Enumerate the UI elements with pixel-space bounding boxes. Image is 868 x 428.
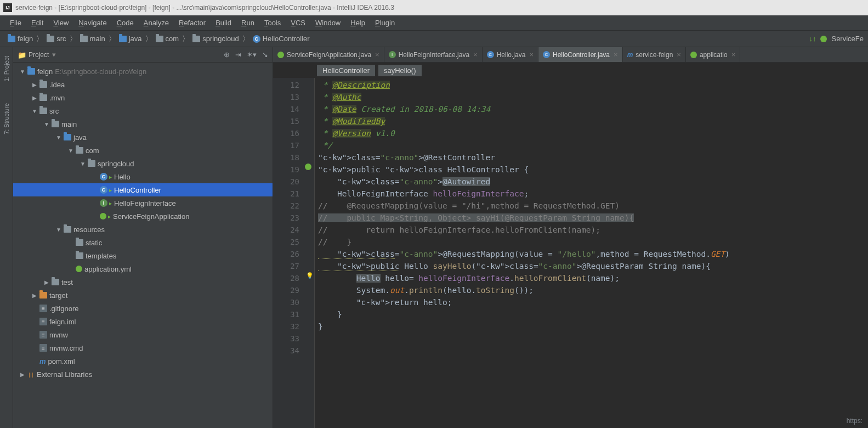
close-icon[interactable]: ×	[677, 50, 681, 59]
crumb-main[interactable]: main	[77, 33, 109, 44]
breadcrumb-class[interactable]: HelloController	[317, 65, 375, 76]
status-url: https:	[847, 417, 863, 425]
tree-item-mvnw[interactable]: ≡mvnw	[13, 328, 273, 341]
tab-servicefeignapplication-java[interactable]: ServiceFeignApplication.java×	[273, 47, 384, 62]
tree-item-pom-xml[interactable]: mpom.xml	[13, 354, 273, 368]
menu-tools[interactable]: Tools	[260, 17, 285, 29]
menu-edit[interactable]: Edit	[27, 17, 48, 29]
menu-file[interactable]: File	[5, 17, 26, 29]
tab-applicatio[interactable]: applicatio×	[686, 47, 740, 62]
folder-icon	[52, 121, 59, 127]
close-icon[interactable]: ×	[529, 50, 534, 59]
nav-bar: feign〉src〉main〉java〉com〉springcloud〉CHel…	[0, 31, 868, 47]
crumb-feign[interactable]: feign	[4, 33, 36, 44]
menu-vcs[interactable]: VCS	[286, 17, 310, 29]
dropdown-icon[interactable]: ▾	[52, 50, 56, 59]
tree-item-main[interactable]: ▼main	[13, 117, 273, 131]
tree-item--mvn[interactable]: ▶.mvn	[13, 91, 273, 104]
spring-icon	[277, 52, 284, 58]
hide-icon[interactable]: ↘	[262, 50, 268, 59]
menu-window[interactable]: Window	[311, 17, 345, 29]
tree-item-mvnw-cmd[interactable]: ≡mvnw.cmd	[13, 341, 273, 354]
interface-icon: I	[389, 51, 396, 58]
close-icon[interactable]: ×	[375, 50, 379, 59]
run-config-icon[interactable]	[820, 36, 827, 42]
intention-bulb-icon[interactable]: 💡	[306, 272, 314, 279]
line-gutter[interactable]: 1213141516171819202122232425262728293031…	[273, 78, 304, 428]
folder-icon	[76, 252, 83, 259]
file-icon: ≡	[39, 318, 47, 325]
settings-icon[interactable]: ✶▾	[247, 50, 257, 59]
tab-hellofeigninterface-java[interactable]: IHelloFeignInterface.java×	[384, 47, 483, 62]
close-icon[interactable]: ×	[731, 50, 736, 59]
tree-item-target[interactable]: ▶target	[13, 289, 273, 302]
code-editor[interactable]: * @Description * @Authc * @Date Created …	[315, 78, 868, 428]
run-marker-icon: ▸	[109, 200, 112, 206]
crumb-hellocontroller[interactable]: CHelloController	[249, 33, 313, 44]
menu-code[interactable]: Code	[112, 17, 138, 29]
tree-item-feign[interactable]: ▼feignE:\springboot-cloud-pro\feign	[13, 65, 273, 78]
tree-item-hello[interactable]: C▸Hello	[13, 170, 273, 183]
folder-icon	[39, 292, 47, 299]
folder-icon	[192, 36, 200, 42]
project-view-icon[interactable]: 📁	[18, 51, 25, 59]
menu-refactor[interactable]: Refactor	[174, 17, 210, 29]
tree-item-feign-iml[interactable]: ≡feign.iml	[13, 315, 273, 328]
menu-view[interactable]: View	[49, 17, 73, 29]
gutter-icons[interactable]: 💡	[304, 78, 315, 428]
project-tree[interactable]: ▼feignE:\springboot-cloud-pro\feign▶.ide…	[13, 63, 273, 428]
tree-item-src[interactable]: ▼src	[13, 104, 273, 117]
file-icon: ≡	[39, 344, 47, 352]
tool-tab-project[interactable]: 1: Project	[0, 50, 13, 87]
crumb-src[interactable]: src	[43, 33, 69, 44]
title-bar: IJ service-feign - [E:\springboot-cloud-…	[0, 0, 868, 15]
tab-service-feign[interactable]: mservice-feign×	[623, 47, 686, 62]
crumb-com[interactable]: com	[152, 33, 183, 44]
close-icon[interactable]: ×	[614, 50, 618, 59]
collapse-icon[interactable]: ⇥	[235, 50, 241, 59]
folder-icon	[8, 36, 15, 42]
spring-icon	[100, 213, 106, 219]
tree-item-springcloud[interactable]: ▼springcloud	[13, 157, 273, 170]
tree-item-hellocontroller[interactable]: C▸HelloController	[13, 183, 273, 196]
tree-item-java[interactable]: ▼java	[13, 131, 273, 144]
lib-icon: ⫼	[27, 370, 35, 379]
tree-item-com[interactable]: ▼com	[13, 144, 273, 157]
vcs-update-icon[interactable]: ↓↑	[809, 35, 816, 43]
menu-build[interactable]: Build	[211, 17, 236, 29]
tree-item-resources[interactable]: ▼resources	[13, 223, 273, 236]
spring-icon	[690, 52, 697, 58]
editor-breadcrumb: HelloController sayHello()	[273, 63, 868, 78]
crumb-springcloud[interactable]: springcloud	[189, 33, 242, 44]
run-config-name[interactable]: ServiceFe	[831, 35, 864, 43]
tool-tab-structure[interactable]: 7: Structure	[0, 98, 13, 140]
maven-icon: m	[39, 357, 46, 365]
tree-item-hellofeigninterface[interactable]: I▸HelloFeignInterface	[13, 196, 273, 210]
tab-hellocontroller-java[interactable]: CHelloController.java×	[538, 47, 623, 62]
tab-hello-java[interactable]: CHello.java×	[483, 47, 538, 62]
tree-item-servicefeignapplication[interactable]: ▸ServiceFeignApplication	[13, 210, 273, 223]
menu-plugin[interactable]: Plugin	[371, 17, 399, 29]
spring-gutter-icon[interactable]	[305, 164, 311, 170]
run-marker-icon: ▸	[109, 174, 112, 180]
tree-item-templates[interactable]: templates	[13, 249, 273, 262]
menu-run[interactable]: Run	[237, 17, 259, 29]
breadcrumb-method[interactable]: sayHello()	[378, 65, 422, 76]
tree-item-test[interactable]: ▶test	[13, 275, 273, 289]
project-panel-title: Project	[29, 51, 49, 59]
locate-icon[interactable]: ⊕	[224, 50, 230, 59]
menu-navigate[interactable]: Navigate	[74, 17, 111, 29]
tree-item-external-libraries[interactable]: ▶⫼External Libraries	[13, 368, 273, 381]
file-icon: ≡	[39, 331, 47, 339]
tree-item-static[interactable]: static	[13, 236, 273, 249]
tree-item-application-yml[interactable]: application.yml	[13, 262, 273, 275]
menu-help[interactable]: Help	[346, 17, 370, 29]
tree-item--idea[interactable]: ▶.idea	[13, 78, 273, 91]
menu-bar: FileEditViewNavigateCodeAnalyzeRefactorB…	[0, 15, 868, 31]
folder-icon	[64, 226, 71, 233]
menu-analyze[interactable]: Analyze	[139, 17, 173, 29]
crumb-java[interactable]: java	[116, 33, 145, 44]
class-icon: C	[487, 51, 494, 58]
tree-item--gitignore[interactable]: ≡.gitignore	[13, 302, 273, 315]
close-icon[interactable]: ×	[473, 50, 478, 59]
